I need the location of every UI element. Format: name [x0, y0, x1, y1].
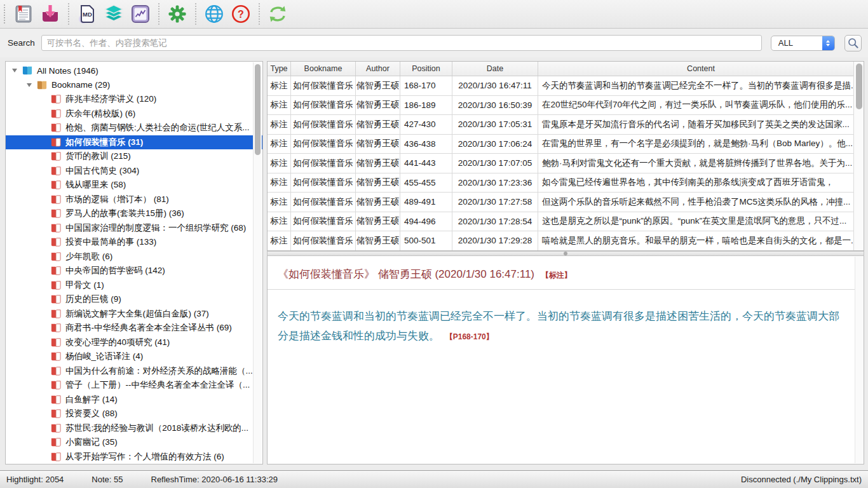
- sync-button[interactable]: [264, 2, 291, 26]
- tree-item-label: All Notes (1946): [37, 66, 98, 76]
- bookname-folder-icon: [36, 80, 48, 90]
- cell-type: 标注: [268, 193, 291, 212]
- table-scrollbar-track[interactable]: [853, 62, 864, 250]
- tree-item[interactable]: 改变心理学的40项研究 (41): [6, 336, 262, 350]
- book-icon: [50, 166, 62, 176]
- cell-date: 2020/1/30 17:29:28: [452, 231, 538, 250]
- cell-content: 如今雷鬼已经传遍世界各地，其中传到南美的那条线演变成了西班牙语雷鬼，: [538, 173, 864, 193]
- tree-item[interactable]: 中国古代简史 (304): [6, 164, 262, 179]
- tree-item-label: 从零开始学写作：个人增值的有效方法 (6): [65, 451, 224, 463]
- tree-item-label: 如何假装懂音乐 (31): [65, 137, 143, 148]
- note-page-ref: 【P168-170】: [445, 332, 494, 341]
- tree-item[interactable]: 中央帝国的哲学密码 (142): [6, 264, 262, 278]
- svg-text:MD: MD: [83, 11, 92, 18]
- table-row[interactable]: 标注 如何假装懂音乐 储智勇王硕 489-491 2020/1/30 17:27…: [268, 193, 864, 212]
- book-icon: [50, 109, 62, 119]
- disclosure-triangle-icon[interactable]: [27, 83, 32, 87]
- cell-content: 鲍勃·马利对雷鬼文化还有一个重大贡献，就是将脏辫传播到了世界各地。关于为...: [538, 154, 864, 173]
- sync-icon: [267, 4, 288, 24]
- tree-item[interactable]: All Notes (1946): [6, 64, 262, 78]
- table-row[interactable]: 标注 如何假装懂音乐 储智勇王硕 455-455 2020/1/30 17:23…: [268, 173, 864, 193]
- tree-item[interactable]: 历史的巨镜 (9): [6, 292, 262, 307]
- tree-item[interactable]: 中国为什么有前途：对外经济关系的战略潜能（...: [6, 364, 262, 379]
- cell-author: 储智勇王硕: [356, 193, 400, 212]
- tree-item[interactable]: 庆余年(精校版) (6): [6, 107, 262, 121]
- table-row[interactable]: 标注 如何假装懂音乐 储智勇王硕 494-496 2020/1/30 17:28…: [268, 212, 864, 232]
- table-header-cell[interactable]: Date: [452, 62, 538, 76]
- table-row[interactable]: 标注 如何假装懂音乐 储智勇王硕 427-430 2020/1/30 17:05…: [268, 115, 864, 135]
- table-row[interactable]: 标注 如何假装懂音乐 储智勇王硕 186-189 2020/1/30 16:50…: [268, 96, 864, 116]
- tree-item[interactable]: 枪炮、病菌与钢铁:人类社会的命运(世纪人文系...: [6, 121, 262, 135]
- dropdown-stepper-icon: [822, 36, 834, 50]
- table-row[interactable]: 标注 如何假装懂音乐 储智勇王硕 441-443 2020/1/30 17:07…: [268, 154, 864, 173]
- note-detail-title: 《如何假装懂音乐》 储智勇王硕 (2020/1/30 16:47:11) 【标注…: [268, 256, 864, 289]
- tree-item[interactable]: 小窗幽记 (35): [6, 435, 262, 450]
- book-icon: [50, 151, 62, 161]
- search-label: Search: [8, 38, 35, 48]
- tree-item[interactable]: 新编说文解字大全集(超值白金版) (37): [6, 307, 262, 322]
- tree-item-label: 罗马人的故事(套装共15册) (36): [65, 208, 184, 219]
- table-row[interactable]: 标注 如何假装懂音乐 储智勇王硕 168-170 2020/1/30 16:47…: [268, 76, 864, 96]
- cell-bookname: 如何假装懂音乐: [291, 173, 356, 193]
- detail-scrollbar-track[interactable]: [855, 257, 864, 463]
- tree-item[interactable]: Bookname (29): [6, 78, 262, 93]
- tree-item-label: Bookname (29): [51, 80, 110, 90]
- tree-item[interactable]: 商君书-中华经典名著全本全注全译丛书 (69): [6, 321, 262, 336]
- search-go-button[interactable]: [844, 35, 862, 51]
- toolbar-drag-handle[interactable]: [4, 4, 5, 24]
- website-button[interactable]: [201, 2, 227, 26]
- tree-item[interactable]: 杨伯峻_论语译注 (4): [6, 349, 262, 364]
- cell-type: 标注: [268, 96, 291, 115]
- markdown-export-button[interactable]: MD: [74, 2, 100, 26]
- tree-item[interactable]: 市场的逻辑（增订本） (81): [6, 193, 262, 207]
- tree-item[interactable]: 中国国家治理的制度逻辑：一个组织学研究 (68): [6, 221, 262, 236]
- table-row[interactable]: 标注 如何假装懂音乐 储智勇王硕 436-438 2020/1/30 17:06…: [268, 135, 864, 154]
- disclosure-triangle-icon[interactable]: [12, 69, 17, 72]
- table-header-cell[interactable]: Content: [538, 62, 864, 76]
- cell-date: 2020/1/30 17:28:54: [452, 212, 538, 231]
- tree-item[interactable]: 如何假装懂音乐 (31): [6, 135, 262, 150]
- cell-bookname: 如何假装懂音乐: [291, 212, 356, 231]
- tree-item[interactable]: 苏世民:我的经验与教训（2018读桥水达利欧的...: [6, 421, 262, 436]
- tree-item[interactable]: 货币的教训 (215): [6, 149, 262, 164]
- search-input[interactable]: [41, 35, 762, 51]
- stats-button[interactable]: [127, 2, 154, 26]
- tree-item[interactable]: 薛兆丰经济学讲义 (120): [6, 92, 262, 107]
- book-icon: [50, 423, 62, 433]
- layers-export-icon: [103, 4, 125, 24]
- tree-item[interactable]: 钱从哪里来 (58): [6, 178, 262, 193]
- tree-item[interactable]: 管子（上下册）--中华经典名著全本全注全译（...: [6, 378, 262, 393]
- tree-item-label: 枪炮、病菌与钢铁:人类社会的命运(世纪人文系...: [65, 122, 250, 133]
- table-scrollbar-thumb[interactable]: [856, 64, 862, 109]
- table-header-row: Type Bookname Author Position Date Conte…: [268, 62, 864, 76]
- pane-splitter[interactable]: [267, 251, 864, 256]
- note-body-text: 今天的节奏蓝调和当初的节奏蓝调已经完全不一样了。当初的节奏蓝调有很多是描述困苦生…: [278, 310, 839, 342]
- tree-item[interactable]: 投资中最简单的事 (133): [6, 235, 262, 250]
- table-header-cell[interactable]: Position: [400, 62, 452, 76]
- tree-item-label: 新编说文解字大全集(超值白金版) (37): [65, 308, 209, 320]
- book-icon: [50, 351, 62, 362]
- markdown-export-icon: MD: [77, 4, 97, 24]
- tree-item[interactable]: 从零开始学写作：个人增值的有效方法 (6): [6, 450, 262, 464]
- notes-button[interactable]: [10, 2, 37, 26]
- settings-button[interactable]: [164, 2, 191, 26]
- cell-position: 500-501: [400, 231, 452, 250]
- table-header-cell[interactable]: Type: [268, 62, 291, 76]
- sidebar-scrollbar-track[interactable]: [253, 62, 262, 463]
- help-button[interactable]: ?: [227, 2, 254, 26]
- layers-export-button[interactable]: [100, 2, 127, 26]
- sidebar-scrollbar-thumb[interactable]: [255, 64, 261, 155]
- table-header-cell[interactable]: Author: [356, 62, 400, 76]
- tree-item[interactable]: 少年凯歌 (6): [6, 250, 262, 264]
- table-row[interactable]: 标注 如何假装懂音乐 储智勇王硕 500-501 2020/1/30 17:29…: [268, 231, 864, 251]
- tree-item[interactable]: 白鱼解字 (14): [6, 393, 262, 407]
- table-header-cell[interactable]: Bookname: [291, 62, 356, 76]
- filter-dropdown[interactable]: ALL: [771, 36, 835, 51]
- tree-item[interactable]: 甲骨文 (1): [6, 278, 262, 293]
- tree-item[interactable]: 罗马人的故事(套装共15册) (36): [6, 207, 262, 221]
- import-button[interactable]: [37, 2, 64, 26]
- tree-item[interactable]: 投资要义 (88): [6, 407, 262, 421]
- search-bar: Search ALL: [0, 29, 868, 57]
- cell-content: 嘻哈就是黑人的朋克音乐。和最早的朋克一样，嘻哈也是来自街头的文化，都是一...: [538, 231, 864, 250]
- cell-bookname: 如何假装懂音乐: [291, 231, 356, 250]
